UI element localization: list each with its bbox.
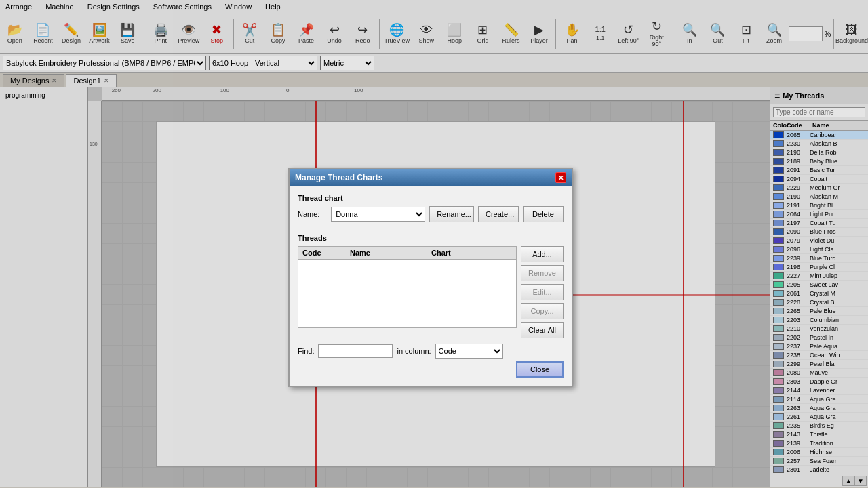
find-input[interactable] — [318, 344, 393, 358]
thread-chart-name-select[interactable]: Donna — [331, 207, 425, 222]
col-header-chart: Chart — [431, 249, 512, 257]
clear-all-button[interactable]: Clear All — [521, 322, 564, 338]
modal-overlay: Manage Thread Charts ✕ Thread chart Name… — [0, 0, 868, 488]
edit-button[interactable]: Edit... — [521, 284, 564, 300]
threads-table-header: Code Name Chart — [298, 247, 516, 260]
find-label: Find: — [298, 347, 314, 355]
threads-table: Code Name Chart — [298, 246, 517, 328]
thread-side-buttons: Add... Remove Edit... Copy... Clear All — [521, 246, 564, 338]
dialog-title: Manage Thread Charts — [295, 173, 382, 182]
threads-section-label: Threads — [298, 234, 564, 242]
copy-button[interactable]: Copy... — [521, 303, 564, 319]
dialog-footer: Close — [298, 359, 564, 378]
rename-button[interactable]: Rename... — [429, 206, 474, 222]
name-label: Name: — [298, 210, 327, 218]
threads-table-area: Code Name Chart — [298, 246, 517, 338]
in-column-label: in column: — [397, 347, 431, 355]
find-row: Find: in column: Code — [298, 344, 564, 359]
in-column-select[interactable]: Code — [435, 344, 503, 359]
thread-chart-name-row: Name: Donna Rename... Create... Delete — [298, 206, 564, 222]
remove-button[interactable]: Remove — [521, 265, 564, 281]
delete-button[interactable]: Delete — [523, 206, 564, 222]
threads-table-body[interactable] — [298, 260, 516, 327]
col-header-name: Name — [350, 249, 431, 257]
dialog-body: Thread chart Name: Donna Rename... Creat… — [290, 186, 572, 386]
create-button[interactable]: Create... — [478, 206, 519, 222]
thread-chart-section-label: Thread chart — [298, 194, 564, 202]
add-button[interactable]: Add... — [521, 246, 564, 262]
threads-with-side-buttons: Code Name Chart Add... Remove Edit... Co… — [298, 246, 564, 338]
col-header-code: Code — [302, 249, 350, 257]
dialog-titlebar: Manage Thread Charts ✕ — [290, 169, 572, 186]
section-divider — [298, 228, 564, 228]
dialog-close-button[interactable]: ✕ — [555, 172, 566, 183]
close-button[interactable]: Close — [516, 361, 564, 378]
manage-thread-charts-dialog: Manage Thread Charts ✕ Thread chart Name… — [288, 168, 573, 387]
